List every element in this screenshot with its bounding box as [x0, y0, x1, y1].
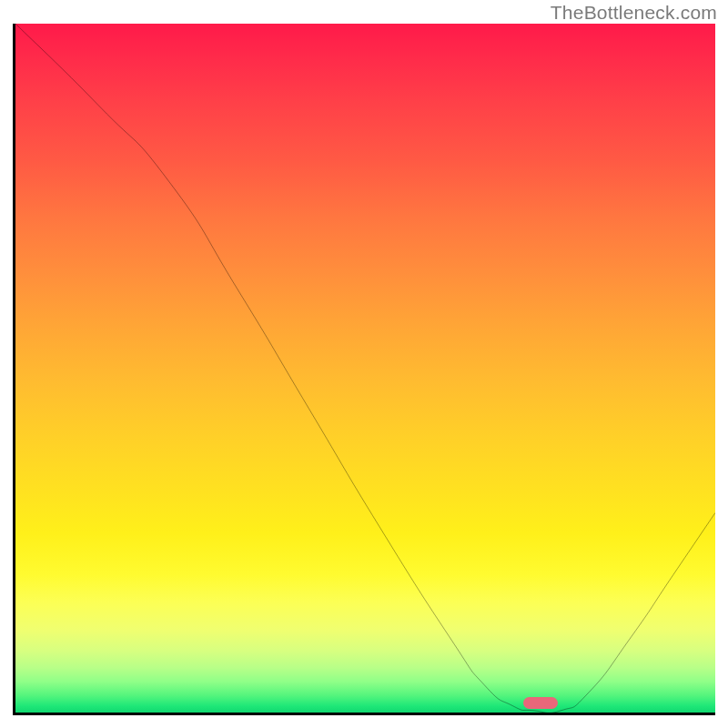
chart-plot-area — [13, 24, 715, 715]
bottleneck-curve — [15, 24, 715, 713]
watermark-text: TheBottleneck.com — [551, 2, 717, 24]
